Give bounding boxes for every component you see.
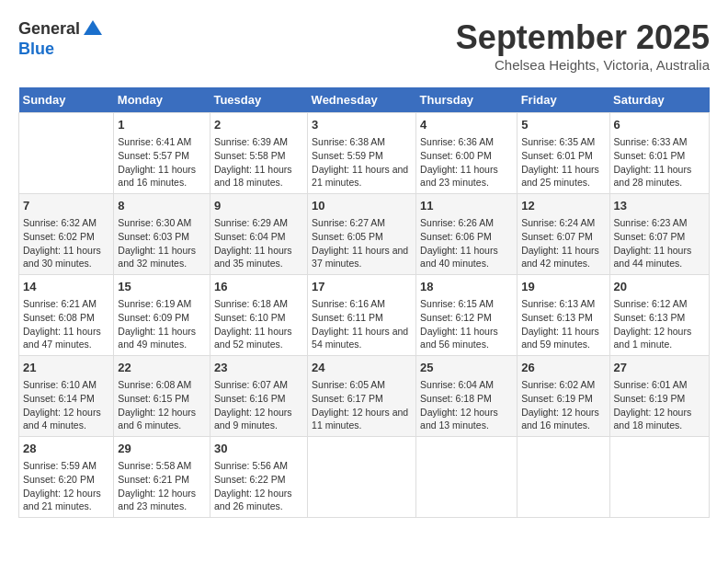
calendar-week-row: 1Sunrise: 6:41 AMSunset: 5:57 PMDaylight… [19,113,710,194]
cell-content: Sunrise: 6:32 AMSunset: 6:02 PMDaylight:… [23,216,109,270]
calendar-table: SundayMondayTuesdayWednesdayThursdayFrid… [18,87,710,518]
header-day: Tuesday [210,87,307,113]
calendar-cell: 7Sunrise: 6:32 AMSunset: 6:02 PMDaylight… [19,194,114,275]
calendar-week-row: 21Sunrise: 6:10 AMSunset: 6:14 PMDayligh… [19,356,710,437]
day-number: 13 [614,198,705,214]
day-number: 14 [23,279,109,295]
day-number: 18 [420,279,513,295]
cell-content: Sunrise: 6:24 AMSunset: 6:07 PMDaylight:… [521,216,605,270]
calendar-cell: 16Sunrise: 6:18 AMSunset: 6:10 PMDayligh… [210,275,307,356]
calendar-cell: 20Sunrise: 6:12 AMSunset: 6:13 PMDayligh… [609,275,709,356]
cell-content: Sunrise: 6:05 AMSunset: 6:17 PMDaylight:… [312,378,412,432]
day-number: 28 [23,441,109,457]
cell-content: Sunrise: 6:04 AMSunset: 6:18 PMDaylight:… [420,378,513,432]
calendar-cell: 29Sunrise: 5:58 AMSunset: 6:21 PMDayligh… [114,437,210,518]
calendar-cell: 24Sunrise: 6:05 AMSunset: 6:17 PMDayligh… [308,356,416,437]
calendar-cell [416,437,518,518]
day-number: 27 [614,360,705,376]
day-number: 12 [521,198,605,214]
day-number: 29 [118,441,206,457]
calendar-cell: 5Sunrise: 6:35 AMSunset: 6:01 PMDaylight… [518,113,609,194]
calendar-cell: 26Sunrise: 6:02 AMSunset: 6:19 PMDayligh… [518,356,609,437]
calendar-cell: 30Sunrise: 5:56 AMSunset: 6:22 PMDayligh… [210,437,307,518]
header-day: Wednesday [308,87,416,113]
cell-content: Sunrise: 6:01 AMSunset: 6:19 PMDaylight:… [614,378,705,432]
calendar-cell [308,437,416,518]
calendar-week-row: 28Sunrise: 5:59 AMSunset: 6:20 PMDayligh… [19,437,710,518]
calendar-cell: 1Sunrise: 6:41 AMSunset: 5:57 PMDaylight… [114,113,210,194]
title-block: September 2025 Chelsea Heights, Victoria… [456,18,710,73]
cell-content: Sunrise: 6:07 AMSunset: 6:16 PMDaylight:… [214,378,303,432]
cell-content: Sunrise: 6:16 AMSunset: 6:11 PMDaylight:… [312,297,412,351]
day-number: 2 [214,117,303,133]
calendar-cell: 18Sunrise: 6:15 AMSunset: 6:12 PMDayligh… [416,275,518,356]
day-number: 21 [23,360,109,376]
day-number: 3 [312,117,412,133]
header-day: Monday [114,87,210,113]
calendar-cell [518,437,609,518]
cell-content: Sunrise: 6:10 AMSunset: 6:14 PMDaylight:… [23,378,109,432]
month-title: September 2025 [456,18,710,57]
day-number: 16 [214,279,303,295]
cell-content: Sunrise: 6:19 AMSunset: 6:09 PMDaylight:… [118,297,206,351]
day-number: 22 [118,360,206,376]
day-number: 25 [420,360,513,376]
cell-content: Sunrise: 6:23 AMSunset: 6:07 PMDaylight:… [614,216,705,270]
calendar-week-row: 14Sunrise: 6:21 AMSunset: 6:08 PMDayligh… [19,275,710,356]
day-number: 4 [420,117,513,133]
calendar-cell: 3Sunrise: 6:38 AMSunset: 5:59 PMDaylight… [308,113,416,194]
calendar-cell: 13Sunrise: 6:23 AMSunset: 6:07 PMDayligh… [609,194,709,275]
day-number: 30 [214,441,303,457]
calendar-cell [19,113,114,194]
cell-content: Sunrise: 6:02 AMSunset: 6:19 PMDaylight:… [521,378,605,432]
day-number: 17 [312,279,412,295]
calendar-cell: 8Sunrise: 6:30 AMSunset: 6:03 PMDaylight… [114,194,210,275]
logo-blue: Blue [18,40,54,58]
cell-content: Sunrise: 6:41 AMSunset: 5:57 PMDaylight:… [118,135,206,190]
page-header: General Blue September 2025 Chelsea Heig… [18,18,710,73]
cell-content: Sunrise: 6:38 AMSunset: 5:59 PMDaylight:… [312,135,412,190]
cell-content: Sunrise: 6:12 AMSunset: 6:13 PMDaylight:… [614,297,705,351]
cell-content: Sunrise: 6:30 AMSunset: 6:03 PMDaylight:… [118,216,206,270]
cell-content: Sunrise: 6:15 AMSunset: 6:12 PMDaylight:… [420,297,513,351]
calendar-cell: 19Sunrise: 6:13 AMSunset: 6:13 PMDayligh… [518,275,609,356]
calendar-cell: 12Sunrise: 6:24 AMSunset: 6:07 PMDayligh… [518,194,609,275]
calendar-cell: 6Sunrise: 6:33 AMSunset: 6:01 PMDaylight… [609,113,709,194]
calendar-cell: 10Sunrise: 6:27 AMSunset: 6:05 PMDayligh… [308,194,416,275]
header-day: Thursday [416,87,518,113]
day-number: 11 [420,198,513,214]
day-number: 23 [214,360,303,376]
calendar-body: 1Sunrise: 6:41 AMSunset: 5:57 PMDaylight… [19,113,710,518]
cell-content: Sunrise: 6:33 AMSunset: 6:01 PMDaylight:… [614,135,705,190]
day-number: 15 [118,279,206,295]
day-number: 19 [521,279,605,295]
cell-content: Sunrise: 6:29 AMSunset: 6:04 PMDaylight:… [214,216,303,270]
cell-content: Sunrise: 6:35 AMSunset: 6:01 PMDaylight:… [521,135,605,190]
logo-icon [82,18,104,40]
header-day: Friday [518,87,609,113]
calendar-cell: 4Sunrise: 6:36 AMSunset: 6:00 PMDaylight… [416,113,518,194]
calendar-header: SundayMondayTuesdayWednesdayThursdayFrid… [19,87,710,113]
calendar-cell: 11Sunrise: 6:26 AMSunset: 6:06 PMDayligh… [416,194,518,275]
day-number: 24 [312,360,412,376]
cell-content: Sunrise: 6:21 AMSunset: 6:08 PMDaylight:… [23,297,109,351]
cell-content: Sunrise: 6:39 AMSunset: 5:58 PMDaylight:… [214,135,303,190]
calendar-cell: 23Sunrise: 6:07 AMSunset: 6:16 PMDayligh… [210,356,307,437]
day-number: 8 [118,198,206,214]
cell-content: Sunrise: 6:13 AMSunset: 6:13 PMDaylight:… [521,297,605,351]
day-number: 5 [521,117,605,133]
calendar-cell: 15Sunrise: 6:19 AMSunset: 6:09 PMDayligh… [114,275,210,356]
cell-content: Sunrise: 6:27 AMSunset: 6:05 PMDaylight:… [312,216,412,270]
day-number: 9 [214,198,303,214]
day-number: 10 [312,198,412,214]
day-number: 26 [521,360,605,376]
header-day: Saturday [609,87,709,113]
cell-content: Sunrise: 6:26 AMSunset: 6:06 PMDaylight:… [420,216,513,270]
calendar-cell: 9Sunrise: 6:29 AMSunset: 6:04 PMDaylight… [210,194,307,275]
logo: General Blue [18,18,104,59]
cell-content: Sunrise: 5:59 AMSunset: 6:20 PMDaylight:… [23,459,109,513]
calendar-cell: 28Sunrise: 5:59 AMSunset: 6:20 PMDayligh… [19,437,114,518]
location: Chelsea Heights, Victoria, Australia [456,57,710,73]
cell-content: Sunrise: 5:56 AMSunset: 6:22 PMDaylight:… [214,459,303,513]
logo-general: General [18,19,80,38]
